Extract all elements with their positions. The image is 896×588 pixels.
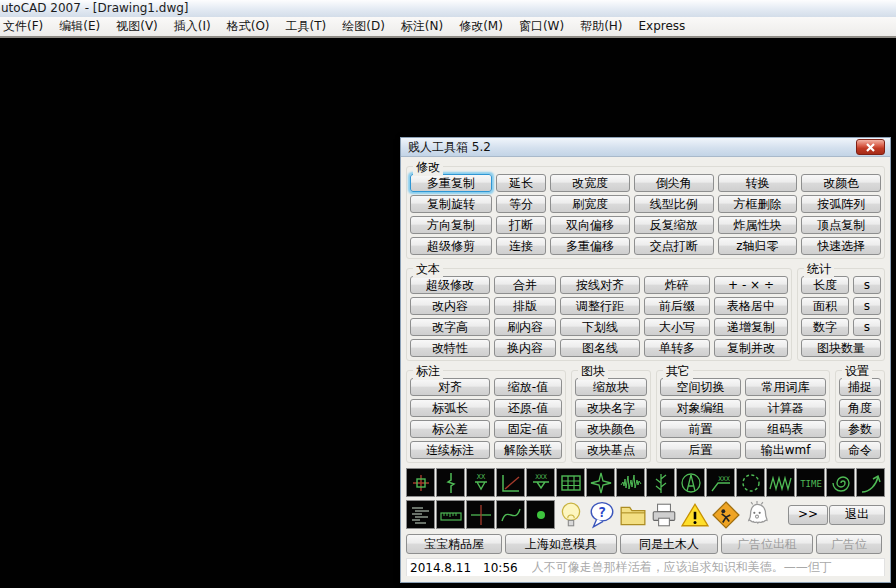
tool-button-modify-1-4[interactable]: 方框删除: [718, 195, 798, 213]
tool-button-settings-2-0[interactable]: 参数: [839, 420, 881, 438]
tool-button-modify-0-4[interactable]: 转换: [718, 174, 798, 192]
tool-button-text-3-1[interactable]: 换内容: [494, 339, 556, 357]
folder-icon[interactable]: [618, 499, 648, 530]
tool-button-other-3-0[interactable]: 后置: [660, 441, 741, 459]
tool-button-modify-2-2[interactable]: 双向偏移: [550, 216, 630, 234]
tool-button-modify-3-2[interactable]: 多重偏移: [550, 237, 630, 255]
tool-button-settings-1-0[interactable]: 角度: [839, 399, 881, 417]
menu-item-8[interactable]: 修改(M): [451, 17, 511, 36]
ruler-icon[interactable]: [436, 500, 465, 529]
tool-button-stats-1-0[interactable]: 面积: [801, 297, 849, 315]
plant-icon[interactable]: [646, 468, 675, 497]
slope-icon[interactable]: [496, 468, 525, 497]
tool-button-settings-0-0[interactable]: 捕捉: [839, 378, 881, 396]
warning-icon[interactable]: [680, 499, 710, 530]
tool-button-modify-0-1[interactable]: 延长: [496, 174, 546, 192]
tool-button-dimension-1-0[interactable]: 标弧长: [410, 399, 490, 417]
tool-button-text-3-0[interactable]: 改特性: [410, 339, 490, 357]
tool-button-dimension-2-0[interactable]: 标公差: [410, 420, 490, 438]
tool-button-text-2-2[interactable]: 下划线: [560, 318, 640, 336]
cross-axis-icon[interactable]: [466, 500, 495, 529]
tool-button-dimension-0-0[interactable]: 对齐: [410, 378, 490, 396]
tool-button-dimension-3-1[interactable]: 解除关联: [494, 441, 562, 459]
tool-button-dimension-0-1[interactable]: 缩放-值: [494, 378, 562, 396]
tool-button-modify-1-0[interactable]: 复制旋转: [410, 195, 492, 213]
tool-button-modify-2-3[interactable]: 反复缩放: [634, 216, 714, 234]
compass-icon[interactable]: [676, 468, 705, 497]
tool-button-block-1-0[interactable]: 改块名字: [575, 399, 647, 417]
spiral-icon[interactable]: [826, 468, 855, 497]
elevation-xxx-icon[interactable]: XXX: [526, 468, 555, 497]
menu-item-2[interactable]: 视图(V): [108, 17, 166, 36]
menu-item-9[interactable]: 窗口(W): [511, 17, 572, 36]
break-line-icon[interactable]: [436, 468, 465, 497]
zigzag-wave-icon[interactable]: [766, 468, 795, 497]
tool-button-other-2-0[interactable]: 前置: [660, 420, 741, 438]
tool-button-other-0-0[interactable]: 空间切换: [660, 378, 741, 396]
ad-link-2[interactable]: 同是土木人: [620, 534, 718, 554]
tool-button-text-2-3[interactable]: 大小写: [644, 318, 710, 336]
tool-button-modify-2-1[interactable]: 打断: [496, 216, 546, 234]
tool-button-text-2-4[interactable]: 递增复制: [714, 318, 788, 336]
tool-button-text-1-3[interactable]: 前后缀: [644, 297, 710, 315]
tool-button-modify-0-2[interactable]: 改宽度: [550, 174, 630, 192]
tool-button-modify-1-1[interactable]: 等分: [496, 195, 546, 213]
tool-button-block-3-0[interactable]: 改块基点: [575, 441, 647, 459]
dot-icon[interactable]: [526, 500, 555, 529]
exit-button[interactable]: 退出: [829, 505, 885, 525]
help-bubble-icon[interactable]: ?: [587, 499, 617, 530]
dialog-titlebar[interactable]: 贱人工具箱 5.2: [401, 138, 890, 157]
tool-button-text-2-0[interactable]: 改字高: [410, 318, 490, 336]
menu-item-10[interactable]: 帮助(H): [572, 17, 630, 36]
tool-button-settings-3-0[interactable]: 命令: [839, 441, 881, 459]
close-button[interactable]: [856, 139, 885, 155]
menu-item-6[interactable]: 绘图(D): [334, 17, 393, 36]
tool-button-text-1-4[interactable]: 表格居中: [714, 297, 788, 315]
tool-button-text-0-1[interactable]: 合并: [494, 276, 556, 294]
tool-button-dimension-1-1[interactable]: 还原-值: [494, 399, 562, 417]
tool-button-modify-1-5[interactable]: 按弧阵列: [801, 195, 881, 213]
tool-button-block-0-0[interactable]: 缩放块: [575, 378, 647, 396]
tool-button-text-3-2[interactable]: 图名线: [560, 339, 640, 357]
curve-icon[interactable]: [496, 500, 525, 529]
tool-button-text-3-4[interactable]: 复制并改: [714, 339, 788, 357]
bulb-icon[interactable]: [556, 499, 586, 530]
tool-button-text-1-0[interactable]: 改内容: [410, 297, 490, 315]
tool-button-modify-1-2[interactable]: 刷宽度: [550, 195, 630, 213]
tool-button-other-1-1[interactable]: 计算器: [745, 399, 826, 417]
more-button[interactable]: >>: [788, 505, 828, 525]
tool-button-modify-0-0[interactable]: 多重复制: [410, 174, 492, 192]
ad-link-0[interactable]: 宝宝精品屋: [406, 534, 502, 554]
tool-button-text-0-3[interactable]: 炸碎: [644, 276, 710, 294]
menu-item-3[interactable]: 插入(I): [166, 17, 219, 36]
tool-button-modify-3-3[interactable]: 交点打断: [634, 237, 714, 255]
tool-button-modify-2-4[interactable]: 炸属性块: [718, 216, 798, 234]
tool-button-text-0-2[interactable]: 按线对齐: [560, 276, 640, 294]
menu-item-11[interactable]: Express: [631, 17, 694, 36]
tool-button-text-3-3[interactable]: 单转多: [644, 339, 710, 357]
tool-button-dimension-2-1[interactable]: 固定-值: [494, 420, 562, 438]
tool-button-stats-0-1[interactable]: s: [853, 276, 881, 294]
menu-item-7[interactable]: 标注(N): [393, 17, 451, 36]
tool-button-modify-3-5[interactable]: 快速选择: [801, 237, 881, 255]
tool-button-stats-2-0[interactable]: 数字: [801, 318, 849, 336]
tool-button-block-2-0[interactable]: 改块颜色: [575, 420, 647, 438]
tool-button-modify-2-0[interactable]: 方向复制: [410, 216, 492, 234]
tool-button-dimension-3-0[interactable]: 连续标注: [410, 441, 490, 459]
ad-link-1[interactable]: 上海如意模具: [505, 534, 617, 554]
tool-button-modify-3-1[interactable]: 连接: [496, 237, 546, 255]
text-lines-icon[interactable]: [406, 500, 435, 529]
tool-button-text-1-1[interactable]: 排版: [494, 297, 556, 315]
time-icon[interactable]: TIME: [796, 468, 825, 497]
tool-button-other-3-1[interactable]: 输出wmf: [745, 441, 826, 459]
leader-xxx-icon[interactable]: XXX: [706, 468, 735, 497]
dashed-circle-icon[interactable]: [736, 468, 765, 497]
ghost-icon[interactable]: [742, 499, 772, 530]
tool-button-modify-3-0[interactable]: 超级修剪: [410, 237, 492, 255]
tool-button-stats-0-0[interactable]: 长度: [801, 276, 849, 294]
tool-button-modify-0-5[interactable]: 改颜色: [801, 174, 881, 192]
tool-button-other-2-1[interactable]: 组码表: [745, 420, 826, 438]
tool-button-stats-1-1[interactable]: s: [853, 297, 881, 315]
tool-button-modify-0-3[interactable]: 倒尖角: [634, 174, 714, 192]
tool-button-modify-1-3[interactable]: 线型比例: [634, 195, 714, 213]
